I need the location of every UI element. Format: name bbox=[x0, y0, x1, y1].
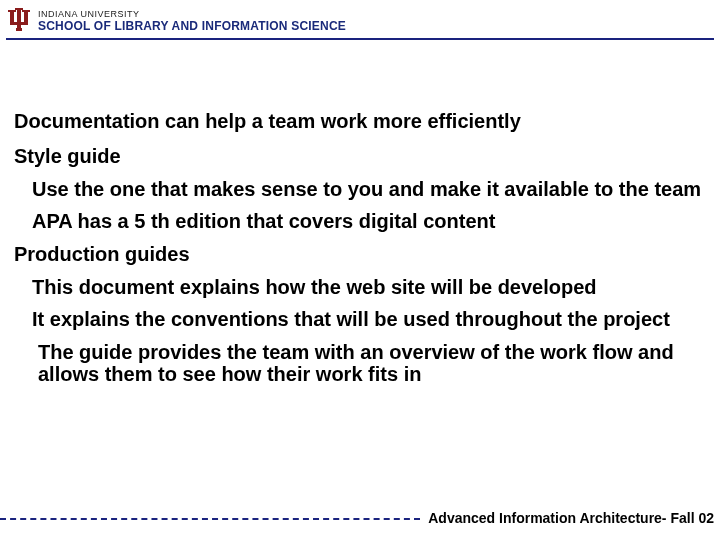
footer-text: Advanced Information Architecture- Fall … bbox=[428, 510, 714, 526]
body-line-4: APA has a 5 th edition that covers digit… bbox=[14, 210, 706, 232]
body-line-3: Use the one that makes sense to you and … bbox=[14, 178, 706, 200]
svg-rect-5 bbox=[8, 10, 16, 12]
iu-trident-icon bbox=[6, 6, 32, 36]
svg-rect-7 bbox=[15, 8, 23, 10]
svg-rect-2 bbox=[24, 10, 28, 24]
header-logo-text: INDIANA UNIVERSITY SCHOOL OF LIBRARY AND… bbox=[38, 10, 346, 32]
slide-footer: Advanced Information Architecture- Fall … bbox=[0, 510, 720, 530]
slide-body: Documentation can help a team work more … bbox=[14, 110, 706, 395]
svg-rect-0 bbox=[10, 10, 14, 24]
body-line-2: Style guide bbox=[14, 145, 706, 168]
footer-divider bbox=[0, 518, 420, 520]
body-line-1: Documentation can help a team work more … bbox=[14, 110, 706, 133]
svg-rect-4 bbox=[16, 28, 22, 31]
school-name: SCHOOL OF LIBRARY AND INFORMATION SCIENC… bbox=[38, 20, 346, 32]
svg-rect-3 bbox=[10, 22, 28, 25]
svg-rect-6 bbox=[22, 10, 30, 12]
institution-name: INDIANA UNIVERSITY bbox=[38, 10, 346, 19]
body-line-8: The guide provides the team with an over… bbox=[14, 341, 706, 386]
body-line-6: This document explains how the web site … bbox=[14, 276, 706, 298]
body-line-7: It explains the conventions that will be… bbox=[14, 308, 706, 330]
body-line-5: Production guides bbox=[14, 243, 706, 266]
slide-header: INDIANA UNIVERSITY SCHOOL OF LIBRARY AND… bbox=[6, 4, 714, 40]
